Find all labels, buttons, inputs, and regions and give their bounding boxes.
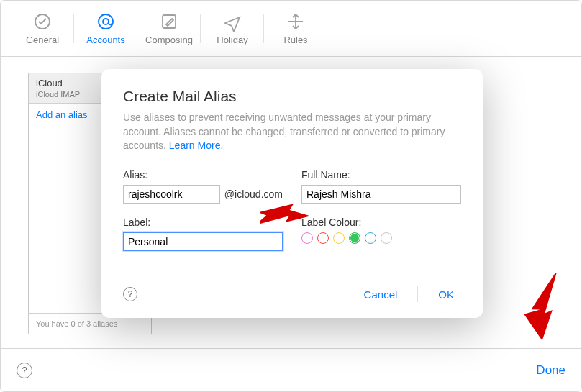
tab-accounts[interactable]: Accounts <box>74 1 137 56</box>
preferences-toolbar: General Accounts Composing Holiday Rules <box>1 1 581 57</box>
label-color-option[interactable] <box>381 232 392 244</box>
fullname-field-label: Full Name: <box>301 169 461 181</box>
tab-composing[interactable]: Composing <box>137 1 201 56</box>
learn-more-link[interactable]: Learn More. <box>169 140 223 151</box>
fullname-input[interactable] <box>301 185 461 204</box>
label-input[interactable] <box>123 232 283 251</box>
alias-field-label: Alias: <box>123 169 283 181</box>
dialog-title: Create Mail Alias <box>123 88 461 105</box>
label-color-option[interactable] <box>333 232 345 244</box>
tab-holiday-label: Holiday <box>217 35 247 45</box>
labelcolor-field-label: Label Colour: <box>301 216 461 228</box>
alias-column: Alias: @icloud.com Label: <box>123 169 283 251</box>
label-color-option[interactable] <box>317 232 329 244</box>
create-alias-dialog: Create Mail Alias Use aliases to prevent… <box>101 69 483 318</box>
checkmark-circle-icon <box>32 12 53 32</box>
window-footer: ? Done <box>1 348 581 391</box>
fullname-column: Full Name: Label Colour: <box>301 169 461 251</box>
cancel-button[interactable]: Cancel <box>357 286 405 304</box>
svg-point-2 <box>103 19 109 24</box>
dialog-description: Use aliases to prevent receiving unwante… <box>123 111 461 153</box>
label-color-picker <box>301 232 461 244</box>
tab-rules-label: Rules <box>283 35 307 45</box>
tab-rules[interactable]: Rules <box>264 1 327 56</box>
at-sign-icon <box>96 12 116 32</box>
tab-general[interactable]: General <box>11 1 74 56</box>
label-color-option[interactable] <box>301 232 313 244</box>
tab-holiday[interactable]: Holiday <box>201 1 264 56</box>
compose-icon <box>159 12 179 32</box>
ok-button[interactable]: OK <box>431 286 461 304</box>
tab-general-label: General <box>26 35 59 45</box>
tab-accounts-label: Accounts <box>86 35 124 45</box>
footer-help-button[interactable]: ? <box>17 363 32 378</box>
label-color-option[interactable] <box>349 232 360 244</box>
svg-point-1 <box>99 14 113 29</box>
tab-composing-label: Composing <box>145 35 193 45</box>
arrows-icon <box>286 12 306 32</box>
alias-domain-suffix: @icloud.com <box>224 188 283 200</box>
done-button[interactable]: Done <box>536 363 565 378</box>
alias-input[interactable] <box>123 185 220 204</box>
airplane-icon <box>222 12 242 32</box>
action-divider <box>417 286 418 302</box>
label-field-label: Label: <box>123 216 283 228</box>
dialog-help-button[interactable]: ? <box>123 287 137 301</box>
label-color-option[interactable] <box>365 232 376 244</box>
